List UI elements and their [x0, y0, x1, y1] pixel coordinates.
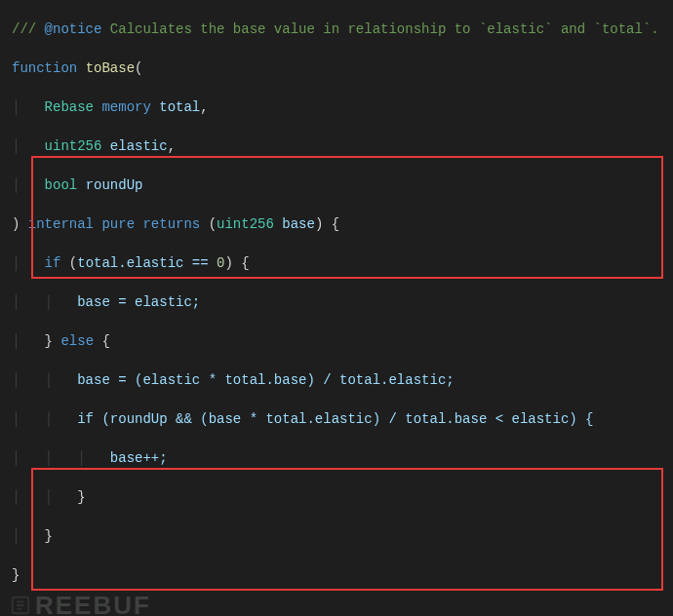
code-line: /// @notice Calculates the base value in… [12, 19, 673, 39]
code-line: │ │ base = (elastic * total.base) / tota… [12, 370, 673, 390]
code-line: │ │ } [12, 487, 673, 507]
code-block: /// @notice Calculates the base value in… [0, 0, 673, 616]
code-line: function toBase( [12, 58, 673, 78]
watermark: REEBUF [10, 595, 151, 616]
code-line: │ Rebase memory total, [12, 97, 673, 117]
code-line: │ } else { [12, 331, 673, 351]
code-line: │ } [12, 526, 673, 546]
comment-text: /// @notice Calculates the base value in… [12, 21, 659, 37]
code-line: │ │ │ base++; [12, 448, 673, 468]
code-line: │ │ if (roundUp && (base * total.elastic… [12, 409, 673, 429]
code-line: │ │ base = elastic; [12, 292, 673, 312]
code-line: │ uint256 elastic, [12, 136, 673, 156]
code-line: ) internal pure returns (uint256 base) { [12, 214, 673, 234]
code-editor[interactable]: /// @notice Calculates the base value in… [0, 0, 673, 616]
code-line: │ bool roundUp [12, 175, 673, 195]
watermark-icon [10, 595, 31, 616]
code-line: } [12, 565, 673, 585]
watermark-text: REEBUF [35, 596, 151, 615]
code-line: │ if (total.elastic == 0) { [12, 253, 673, 273]
